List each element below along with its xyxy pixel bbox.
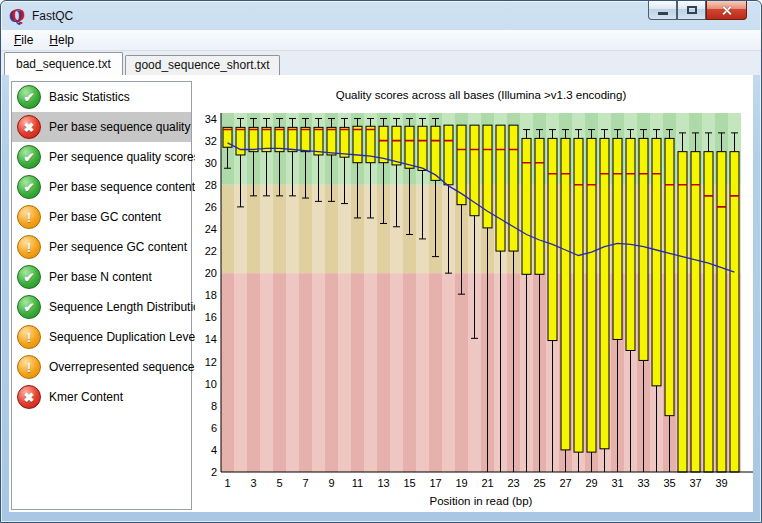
fail-status-icon: ✖ — [17, 385, 41, 409]
sidebar-item-label: Per base N content — [49, 270, 152, 284]
zone-poor-quality-stripe — [325, 273, 338, 472]
quartile-box — [444, 125, 453, 185]
quartile-box — [496, 125, 505, 251]
sidebar-item-kmer-content[interactable]: ✖Kmer Content — [12, 382, 191, 412]
x-tick-label: 33 — [637, 477, 649, 489]
module-sidebar: ✔Basic Statistics✖Per base sequence qual… — [11, 81, 192, 510]
x-tick-label: 3 — [250, 477, 256, 489]
menu-item-file[interactable]: File — [6, 31, 41, 49]
sidebar-item-per-sequence-gc-content[interactable]: !Per sequence GC content — [12, 232, 191, 262]
quality-zones — [221, 113, 741, 472]
zone-poor-quality-stripe — [377, 273, 390, 472]
pass-status-icon: ✔ — [17, 175, 41, 199]
sidebar-item-basic-statistics[interactable]: ✔Basic Statistics — [12, 82, 191, 112]
zone-poor-quality-stripe — [247, 273, 260, 472]
pass-status-icon: ✔ — [17, 145, 41, 169]
zone-poor-quality-stripe — [416, 273, 429, 472]
chart-panel: 2468101214161820222426283032341357911131… — [195, 75, 753, 512]
fastqc-window: Q FastQC FileHelp bad_sequence.txtgood_s… — [0, 0, 762, 523]
zone-ok-quality-stripe — [260, 185, 273, 273]
pass-status-icon: ✔ — [17, 265, 41, 289]
window-title: FastQC — [32, 9, 73, 23]
quartile-box — [236, 127, 245, 155]
sidebar-item-label: Per base sequence quality — [49, 120, 190, 134]
quartile-box — [535, 138, 544, 274]
zone-poor-quality-stripe — [403, 273, 416, 472]
sidebar-item-label: Per base sequence content — [49, 180, 195, 194]
zone-poor-quality-stripe — [351, 273, 364, 472]
y-tick-label: 22 — [205, 245, 217, 257]
quartile-box — [613, 138, 622, 339]
quartile-box — [418, 126, 427, 170]
x-tick-label: 35 — [663, 477, 675, 489]
sidebar-item-per-base-sequence-quality[interactable]: ✖Per base sequence quality — [12, 112, 191, 142]
quartile-box — [327, 127, 336, 155]
quartile-box — [561, 138, 570, 450]
quartile-box — [509, 125, 518, 251]
quartile-box — [704, 152, 713, 472]
zone-ok-quality-stripe — [273, 185, 286, 273]
zone-ok-quality-stripe — [286, 185, 299, 273]
zone-poor-quality-stripe — [455, 273, 468, 472]
sidebar-item-per-sequence-quality-scores[interactable]: ✔Per sequence quality scores — [12, 142, 191, 172]
content-area: ✔Basic Statistics✖Per base sequence qual… — [9, 75, 753, 512]
y-tick-label: 4 — [211, 444, 217, 456]
sidebar-item-per-base-gc-content[interactable]: !Per base GC content — [12, 202, 191, 232]
sidebar-item-per-base-sequence-content[interactable]: ✔Per base sequence content — [12, 172, 191, 202]
quartile-box — [431, 126, 440, 180]
maximize-button[interactable] — [677, 1, 706, 20]
y-tick-label: 10 — [205, 378, 217, 390]
y-tick-label: 32 — [205, 135, 217, 147]
close-button[interactable] — [706, 1, 747, 20]
quartile-box — [691, 152, 700, 472]
y-tick-label: 8 — [211, 400, 217, 412]
quartile-box — [678, 152, 687, 472]
x-tick-label: 37 — [689, 477, 701, 489]
titlebar[interactable]: Q FastQC — [1, 1, 761, 30]
zone-poor-quality-stripe — [338, 273, 351, 472]
zone-poor-quality-stripe — [364, 273, 377, 472]
minimize-icon — [658, 12, 668, 15]
tab-bad-sequence-txt[interactable]: bad_sequence.txt — [4, 52, 123, 75]
zone-ok-quality-stripe — [221, 185, 234, 273]
zone-poor-quality-stripe — [286, 273, 299, 472]
sidebar-item-label: Per sequence quality scores — [49, 150, 200, 164]
y-tick-label: 18 — [205, 289, 217, 301]
quartile-box — [730, 152, 739, 472]
quartile-box — [249, 127, 258, 151]
zone-ok-quality-stripe — [247, 185, 260, 273]
tab-good-sequence-short-txt[interactable]: good_sequence_short.txt — [125, 55, 280, 75]
y-tick-label: 34 — [205, 113, 217, 125]
x-tick-label: 25 — [533, 477, 545, 489]
minimize-button[interactable] — [648, 1, 677, 20]
quartile-box — [548, 138, 557, 340]
fail-status-icon: ✖ — [17, 115, 41, 139]
x-tick-label: 7 — [302, 477, 308, 489]
zone-poor-quality-stripe — [260, 273, 273, 472]
sidebar-item-label: Sequence Duplication Levels — [49, 330, 204, 344]
y-tick-label: 16 — [205, 311, 217, 323]
sidebar-item-label: Kmer Content — [49, 390, 123, 404]
x-tick-label: 9 — [328, 477, 334, 489]
quartile-box — [665, 138, 674, 415]
x-tick-label: 15 — [403, 477, 415, 489]
chart-title: Quality scores across all bases (Illumin… — [336, 89, 627, 101]
zone-poor-quality-stripe — [442, 273, 455, 472]
sidebar-item-sequence-length-distribution[interactable]: ✔Sequence Length Distribution — [12, 292, 191, 322]
sidebar-item-per-base-n-content[interactable]: ✔Per base N content — [12, 262, 191, 292]
quartile-box — [522, 138, 531, 274]
sidebar-item-overrepresented-sequences[interactable]: !Overrepresented sequences — [12, 352, 191, 382]
quartile-box — [353, 126, 362, 162]
pass-status-icon: ✔ — [17, 295, 41, 319]
quartile-box — [457, 125, 466, 205]
y-tick-label: 14 — [205, 333, 217, 345]
x-tick-label: 23 — [507, 477, 519, 489]
x-tick-label: 29 — [585, 477, 597, 489]
warn-status-icon: ! — [17, 205, 41, 229]
close-icon — [721, 5, 732, 16]
sidebar-item-sequence-duplication-levels[interactable]: !Sequence Duplication Levels — [12, 322, 191, 352]
menu-item-help[interactable]: Help — [41, 31, 82, 49]
y-tick-label: 26 — [205, 201, 217, 213]
warn-status-icon: ! — [17, 325, 41, 349]
sidebar-item-label: Per base GC content — [49, 210, 161, 224]
